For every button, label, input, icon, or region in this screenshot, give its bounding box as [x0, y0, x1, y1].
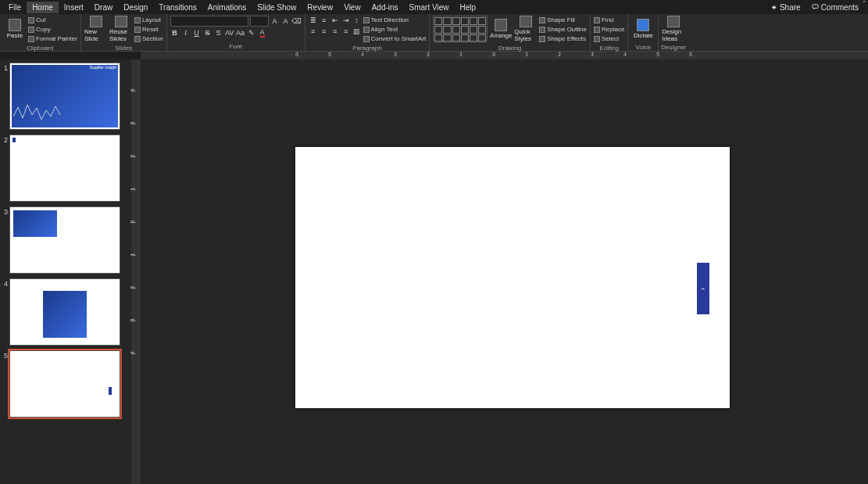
reset-button[interactable]: Reset: [134, 25, 163, 34]
menu-review[interactable]: Review: [302, 2, 338, 13]
shape-effects-icon: [539, 36, 545, 42]
ruler-tick-label: 0: [130, 220, 135, 224]
convert-smartart-button[interactable]: Convert to SmartArt: [363, 34, 427, 43]
align-left-button[interactable]: ≡: [309, 27, 318, 36]
change-case-button[interactable]: Aa: [236, 28, 245, 38]
menu-transitions[interactable]: Transitions: [153, 2, 202, 13]
font-size-input[interactable]: [250, 16, 269, 27]
shape-effects-button[interactable]: Shape Effects: [539, 34, 587, 43]
new-slide-button[interactable]: New Slide: [84, 16, 108, 42]
shape-fill-icon: [539, 17, 545, 23]
format-painter-button[interactable]: Format Painter: [28, 34, 77, 43]
section-button[interactable]: Section: [134, 34, 163, 43]
menu-smartview[interactable]: Smart View: [404, 2, 455, 13]
group-drawing: Arrange Quick Styles Shape Fill Shape Ou…: [430, 14, 591, 51]
collapse-ribbon-button[interactable]: ˄: [863, 0, 866, 8]
layout-button[interactable]: Layout: [134, 16, 163, 24]
section-icon: [134, 36, 141, 42]
columns-button[interactable]: ▥: [352, 27, 362, 36]
strike-button[interactable]: S: [203, 28, 213, 38]
font-family-input[interactable]: [170, 16, 248, 27]
text-direction-button[interactable]: Text Direction: [363, 16, 427, 24]
cut-icon: [28, 17, 34, 23]
menu-help[interactable]: Help: [455, 2, 482, 13]
comments-button[interactable]: Comments: [807, 2, 863, 13]
menu-view[interactable]: View: [338, 2, 366, 13]
menu-draw[interactable]: Draw: [89, 2, 118, 13]
slide-thumbnail[interactable]: [9, 278, 120, 346]
menu-addins[interactable]: Add-ins: [366, 2, 404, 13]
ruler-tick-label: 3: [130, 122, 135, 125]
font-color-button[interactable]: A: [258, 28, 267, 38]
reuse-slides-button[interactable]: Reuse Slides: [109, 16, 133, 42]
ruler-tick-label: 5: [656, 52, 659, 57]
shadow-text-button[interactable]: S: [214, 28, 223, 38]
arrange-button[interactable]: Arrange: [489, 16, 513, 42]
design-ideas-icon: [667, 16, 680, 27]
italic-button[interactable]: I: [181, 28, 191, 38]
select-button[interactable]: Select: [594, 34, 624, 43]
cut-button[interactable]: Cut: [28, 16, 77, 24]
share-button[interactable]: Share: [766, 2, 805, 13]
highlight-color-button[interactable]: ✎: [247, 28, 256, 38]
ruler-tick-label: 6: [689, 52, 692, 57]
menu-slideshow[interactable]: Slide Show: [252, 2, 302, 13]
decrease-indent-button[interactable]: ⇤: [330, 16, 340, 25]
underline-button[interactable]: U: [192, 28, 202, 38]
bullets-button[interactable]: ≣: [309, 16, 318, 25]
bold-button[interactable]: B: [170, 28, 180, 38]
increase-indent-button[interactable]: ⇥: [341, 16, 351, 25]
share-icon: [770, 4, 777, 11]
text-direction-icon: [363, 17, 370, 23]
clear-format-button[interactable]: ⌫: [292, 16, 302, 26]
justify-button[interactable]: ≡: [341, 27, 351, 36]
shape-fill-button[interactable]: Shape Fill: [539, 16, 587, 24]
layout-icon: [134, 17, 141, 23]
menu-design[interactable]: Design: [118, 2, 153, 13]
slide-thumbnail[interactable]: [9, 134, 120, 202]
slide-thumbnail[interactable]: Supplier Insight: [9, 63, 120, 130]
ruler-tick-label: 0: [492, 52, 495, 57]
ruler-tick-label: 2: [130, 286, 135, 289]
shape-outline-icon: [539, 27, 545, 33]
slide-thumbnail[interactable]: [9, 350, 120, 418]
char-spacing-button[interactable]: AV: [225, 28, 234, 38]
align-right-button[interactable]: ≡: [330, 27, 340, 36]
numbering-button[interactable]: ≡: [320, 16, 329, 25]
copy-icon: [28, 27, 34, 33]
thumb-number: 4: [2, 278, 9, 288]
paste-button[interactable]: Paste: [3, 16, 27, 42]
copy-button[interactable]: Copy: [28, 25, 77, 34]
menu-animations[interactable]: Animations: [202, 2, 252, 13]
ruler-tick-label: 5: [328, 52, 331, 57]
menu-home[interactable]: Home: [27, 2, 59, 13]
quick-styles-button[interactable]: Quick Styles: [514, 16, 538, 42]
slide-shape-text: ‹: [699, 288, 707, 290]
replace-button[interactable]: Replace: [594, 25, 624, 34]
shapes-gallery[interactable]: [433, 16, 488, 41]
align-center-button[interactable]: ≡: [320, 27, 329, 36]
arrange-icon: [495, 19, 507, 31]
group-font: A A ⌫ B I U S S AV Aa ✎ A Font: [167, 14, 305, 51]
dictate-button[interactable]: Dictate: [631, 16, 655, 42]
ruler-tick-label: 2: [130, 155, 135, 158]
menu-insert[interactable]: Insert: [59, 2, 89, 13]
slide-canvas[interactable]: ‹: [141, 59, 868, 484]
design-ideas-button[interactable]: Design Ideas: [662, 16, 685, 42]
current-slide[interactable]: ‹: [295, 147, 730, 408]
line-spacing-button[interactable]: ↕: [352, 16, 362, 25]
new-slide-icon: [90, 16, 102, 27]
grow-font-button[interactable]: A: [270, 16, 280, 26]
group-label: Font: [167, 43, 305, 51]
slide-shape-object[interactable]: ‹: [697, 263, 709, 314]
find-button[interactable]: Find: [594, 16, 624, 24]
shrink-font-button[interactable]: A: [281, 16, 291, 26]
slide-thumbnail[interactable]: [9, 206, 120, 274]
mic-icon: [637, 19, 649, 31]
menu-file[interactable]: File: [3, 2, 27, 13]
align-text-button[interactable]: Align Text: [363, 25, 427, 34]
slide-thumbnail-panel[interactable]: 1Supplier Insight2345: [0, 59, 131, 484]
shape-outline-button[interactable]: Shape Outline: [539, 25, 587, 34]
ruler-tick-label: 1: [459, 52, 463, 57]
group-label: Clipboard: [0, 45, 80, 52]
